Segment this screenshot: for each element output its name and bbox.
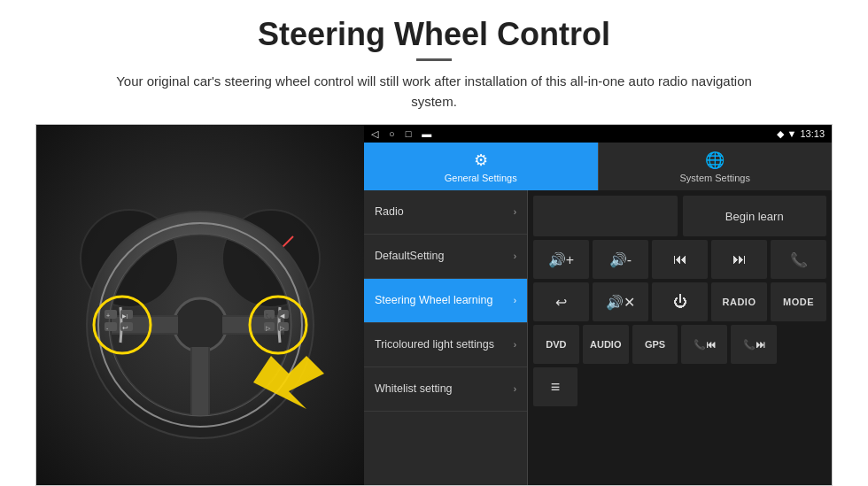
control-row-2: ↩ 🔊✕ ⏻ RADIO MODE xyxy=(533,282,826,321)
vol-up-icon: 🔊+ xyxy=(548,251,574,268)
menu-item-whitelist[interactable]: Whitelist setting › xyxy=(364,367,527,412)
content-area: + ▶| - ↩ 📞 ◀ ▷ ▷ xyxy=(35,124,833,486)
status-icons: ◆ ▼ 13:13 xyxy=(777,128,825,140)
chevron-icon: › xyxy=(514,251,516,261)
prev-track-button[interactable]: ⏮ xyxy=(652,240,708,279)
svg-text:+: + xyxy=(106,312,110,319)
title-divider xyxy=(416,58,452,61)
audio-button[interactable]: AUDIO xyxy=(583,325,629,364)
prev-icon: ⏮ xyxy=(673,251,687,267)
back-icon[interactable]: ◁ xyxy=(371,128,378,140)
mute-icon: 🔊✕ xyxy=(606,294,635,311)
menu-whitelist-label: Whitelist setting xyxy=(375,382,514,396)
tab-system-settings[interactable]: 🌐 System Settings xyxy=(598,143,833,190)
car-image-panel: + ▶| - ↩ 📞 ◀ ▷ ▷ xyxy=(36,125,364,485)
home-icon[interactable]: ○ xyxy=(389,128,395,140)
vol-down-button[interactable]: 🔊- xyxy=(593,240,648,279)
control-row-3: DVD AUDIO GPS 📞⏮ 📞⏭ xyxy=(533,325,826,364)
menu-item-radio[interactable]: Radio › xyxy=(364,190,527,235)
mute-button[interactable]: 🔊✕ xyxy=(593,282,648,321)
menu-default-label: DefaultSetting xyxy=(375,249,514,263)
begin-learn-button[interactable]: Begin learn xyxy=(683,196,827,236)
recent-icon[interactable]: □ xyxy=(406,128,412,140)
chevron-icon: › xyxy=(514,340,516,350)
control-row-1: 🔊+ 🔊- ⏮ ⏭ 📞 xyxy=(533,240,826,279)
main-split: Radio › DefaultSetting › Steering Wheel … xyxy=(364,190,832,485)
menu-tricoloured-label: Tricoloured light settings xyxy=(375,337,514,351)
android-ui-panel: ◁ ○ □ ▬ ◆ ▼ 13:13 ⚙ General Settings xyxy=(364,125,832,485)
phone-button[interactable]: 📞 xyxy=(771,240,826,279)
list-icon: ≡ xyxy=(551,378,561,397)
tel-next-button[interactable]: 📞⏭ xyxy=(731,325,777,364)
chevron-icon: › xyxy=(514,296,516,305)
status-bar: ◁ ○ □ ▬ ◆ ▼ 13:13 xyxy=(364,125,832,143)
screenshot-icon[interactable]: ▬ xyxy=(422,128,431,140)
left-menu: Radio › DefaultSetting › Steering Wheel … xyxy=(364,190,528,485)
tab-bar: ⚙ General Settings 🌐 System Settings xyxy=(364,143,832,190)
nav-icons-group: ◁ ○ □ ▬ xyxy=(371,128,431,140)
menu-radio-label: Radio xyxy=(375,204,514,219)
tel-prev-button[interactable]: 📞⏮ xyxy=(681,325,727,364)
control-row-4: ≡ xyxy=(533,367,826,406)
top-row: Begin learn xyxy=(533,196,826,236)
svg-text:📞: 📞 xyxy=(266,312,273,320)
svg-point-6 xyxy=(174,298,227,351)
tab-system-label: System Settings xyxy=(680,173,750,183)
signal-icon: ▼ xyxy=(787,128,797,139)
list-icon-button[interactable]: ≡ xyxy=(533,367,577,406)
page-title: Steering Wheel Control xyxy=(258,16,610,53)
chevron-icon: › xyxy=(514,384,516,394)
tab-general-label: General Settings xyxy=(445,173,517,183)
globe-icon: 🌐 xyxy=(705,150,725,170)
vol-up-button[interactable]: 🔊+ xyxy=(533,240,589,279)
tel-next-icon: 📞⏭ xyxy=(743,339,765,351)
location-icon: ◆ xyxy=(777,128,784,140)
clock: 13:13 xyxy=(800,128,825,139)
right-panel: Begin learn 🔊+ 🔊- ⏮ xyxy=(528,190,832,485)
svg-text:▶|: ▶| xyxy=(122,313,128,319)
mode-button[interactable]: MODE xyxy=(771,282,826,321)
page-subtitle: Your original car's steering wheel contr… xyxy=(115,72,753,112)
menu-item-steering-wheel[interactable]: Steering Wheel learning › xyxy=(364,279,527,323)
phone-icon: 📞 xyxy=(790,251,808,268)
radio-label: RADIO xyxy=(723,297,756,307)
svg-text:↩: ↩ xyxy=(122,324,128,332)
dvd-button[interactable]: DVD xyxy=(533,325,579,364)
menu-steering-label: Steering Wheel learning xyxy=(375,293,514,307)
tel-prev-icon: 📞⏮ xyxy=(694,339,716,351)
hang-icon: ↩ xyxy=(555,294,567,311)
radio-button[interactable]: RADIO xyxy=(711,282,767,321)
gear-icon: ⚙ xyxy=(474,150,488,170)
next-icon: ⏭ xyxy=(732,251,747,267)
tab-general-settings[interactable]: ⚙ General Settings xyxy=(364,143,598,190)
chevron-icon: › xyxy=(514,207,516,217)
mode-label: MODE xyxy=(783,297,814,307)
next-track-button[interactable]: ⏭ xyxy=(711,240,767,279)
hang-up-button[interactable]: ↩ xyxy=(533,282,589,321)
empty-input-box xyxy=(533,196,678,236)
power-icon: ⏻ xyxy=(673,294,687,310)
menu-item-tricoloured[interactable]: Tricoloured light settings › xyxy=(364,323,527,367)
menu-item-default-setting[interactable]: DefaultSetting › xyxy=(364,235,527,279)
vol-down-icon: 🔊- xyxy=(609,251,632,268)
power-button[interactable]: ⏻ xyxy=(652,282,708,321)
steering-wheel-svg: + ▶| - ↩ 📞 ◀ ▷ ▷ xyxy=(50,170,351,440)
gps-button[interactable]: GPS xyxy=(632,325,678,364)
